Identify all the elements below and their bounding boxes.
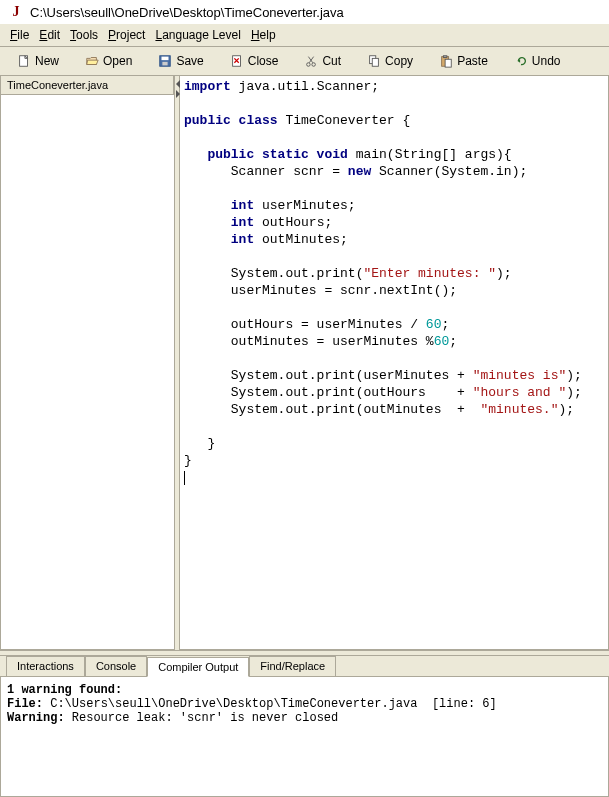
title-bar: J C:\Users\seull\OneDrive\Desktop\TimeCo… [0,0,609,24]
new-icon [17,54,31,68]
menu-project[interactable]: Project [104,26,149,44]
menu-bar: File Edit Tools Project Language Level H… [0,24,609,47]
tab-console[interactable]: Console [85,656,147,676]
vertical-splitter[interactable] [175,76,180,650]
menu-tools[interactable]: Tools [66,26,102,44]
copy-label: Copy [385,54,413,68]
menu-help[interactable]: Help [247,26,280,44]
tab-compiler-output[interactable]: Compiler Output [147,657,249,677]
menu-language-level[interactable]: Language Level [151,26,244,44]
cut-button[interactable]: Cut [293,51,352,71]
save-button[interactable]: Save [147,51,214,71]
undo-button[interactable]: Undo [503,51,572,71]
cut-label: Cut [322,54,341,68]
undo-label: Undo [532,54,561,68]
svg-rect-11 [445,59,451,67]
open-label: Open [103,54,132,68]
window-title: C:\Users\seull\OneDrive\Desktop\TimeCone… [30,5,344,20]
copy-button[interactable]: Copy [356,51,424,71]
close-button[interactable]: Close [219,51,290,71]
close-label: Close [248,54,279,68]
app-icon: J [8,4,24,20]
paste-label: Paste [457,54,488,68]
cut-icon [304,54,318,68]
bottom-panel: Interactions Console Compiler Output Fin… [0,656,609,797]
tab-find-replace[interactable]: Find/Replace [249,656,336,676]
svg-point-6 [312,63,316,67]
code-editor[interactable]: import java.util.Scanner; public class T… [180,76,609,650]
open-button[interactable]: Open [74,51,143,71]
paste-icon [439,54,453,68]
menu-edit[interactable]: Edit [35,26,64,44]
new-label: New [35,54,59,68]
svg-rect-3 [163,62,168,66]
file-tab[interactable]: TimeConeverter.java [1,76,174,95]
svg-rect-8 [372,58,378,66]
svg-point-5 [307,63,311,67]
svg-rect-2 [162,57,169,61]
compiler-output[interactable]: 1 warning found: File: C:\Users\seull\On… [0,677,609,797]
file-list-panel: TimeConeverter.java [0,76,175,650]
text-caret [184,471,185,485]
svg-rect-10 [444,56,448,58]
paste-button[interactable]: Paste [428,51,499,71]
toolbar: New Open Save Close Cut Copy Paste Undo [0,47,609,76]
save-icon [158,54,172,68]
undo-icon [514,54,528,68]
main-area: TimeConeverter.java import java.util.Sca… [0,76,609,650]
copy-icon [367,54,381,68]
bottom-tabs: Interactions Console Compiler Output Fin… [0,656,609,677]
new-button[interactable]: New [6,51,70,71]
tab-interactions[interactable]: Interactions [6,656,85,676]
save-label: Save [176,54,203,68]
menu-file[interactable]: File [6,26,33,44]
close-icon [230,54,244,68]
open-icon [85,54,99,68]
